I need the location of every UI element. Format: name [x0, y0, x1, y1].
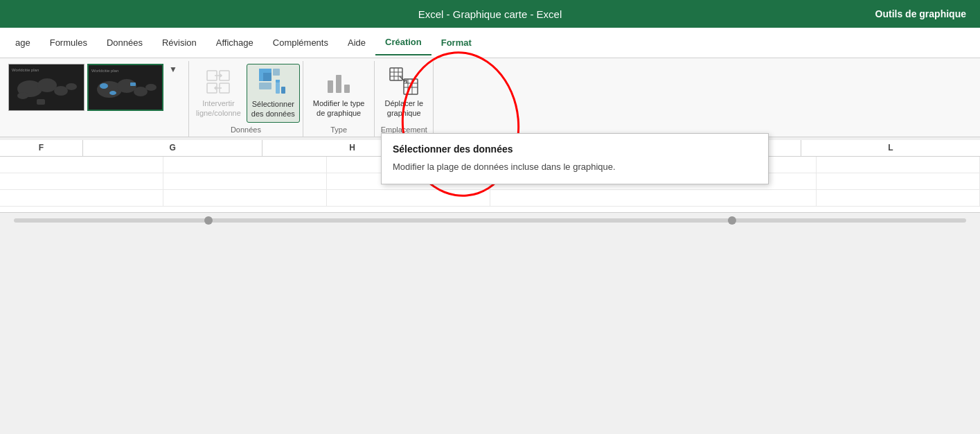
intervertir-label: Intervertirligne/colonne: [196, 98, 241, 119]
selectionner-icon: [258, 67, 288, 98]
menu-item-donnees[interactable]: Données: [97, 31, 152, 55]
scroll-thumb-left[interactable]: [204, 216, 213, 225]
svg-rect-16: [130, 83, 136, 86]
svg-text:Worldcitie plan: Worldcitie plan: [91, 69, 118, 73]
menu-item-creation[interactable]: Création: [375, 30, 431, 55]
donnees-group: Intervertirligne/colonne: [189, 61, 303, 137]
menu-item-formules[interactable]: Formules: [40, 31, 97, 55]
svg-rect-26: [276, 83, 280, 94]
deplacer-icon: [389, 67, 419, 97]
svg-point-5: [66, 83, 77, 90]
intervertir-button[interactable]: Intervertirligne/colonne: [192, 64, 245, 121]
scroll-thumb-right[interactable]: [728, 216, 736, 225]
col-header-g: G: [83, 140, 262, 156]
emplacement-buttons: Déplacer legraphique: [380, 64, 427, 123]
menu-item-complements[interactable]: Compléments: [263, 31, 338, 55]
type-buttons: Modifier le typede graphique: [309, 64, 369, 123]
menu-bar: age Formules Données Révision Affichage …: [0, 28, 980, 58]
type-group-label: Type: [330, 123, 347, 137]
tooltip-popup: Sélectionner des données Modifier la pla…: [381, 133, 769, 184]
svg-point-3: [37, 78, 57, 92]
col-header-f: F: [0, 140, 83, 156]
horizontal-scrollbar[interactable]: [0, 212, 980, 229]
cell-g1[interactable]: [163, 157, 327, 173]
svg-rect-22: [259, 83, 271, 89]
cell-f2[interactable]: [0, 173, 163, 190]
tools-label: Outils de graphique: [875, 8, 966, 19]
cell-h3[interactable]: [327, 190, 490, 207]
chart-thumb-dropdown[interactable]: ▼: [166, 64, 180, 75]
svg-rect-32: [390, 68, 402, 80]
col-header-l: L: [801, 140, 980, 156]
svg-rect-37: [404, 79, 418, 94]
svg-point-13: [145, 84, 157, 91]
modifier-type-label: Modifier le typede graphique: [313, 98, 365, 119]
donnees-group-label: Données: [192, 123, 300, 137]
sheet-row-3: [0, 190, 980, 207]
svg-rect-31: [344, 85, 350, 93]
ribbon: Worldcitie plan Worldcitie plan: [0, 58, 980, 137]
intervertir-icon: [203, 67, 233, 97]
scroll-track[interactable]: [14, 218, 966, 223]
menu-item-page[interactable]: age: [6, 31, 40, 55]
dropdown-arrow-icon[interactable]: ▼: [168, 64, 179, 75]
cell-l3[interactable]: [817, 190, 980, 207]
emplacement-group: Déplacer legraphique Emplacement: [375, 61, 434, 137]
chart-thumb-1[interactable]: Worldcitie plan: [8, 64, 84, 111]
svg-point-4: [54, 86, 68, 96]
cell-g3[interactable]: [163, 190, 327, 207]
svg-rect-27: [281, 87, 285, 94]
title-text: Excel - Graphique carte - Excel: [418, 8, 562, 20]
svg-point-15: [109, 91, 116, 95]
svg-rect-29: [328, 80, 333, 93]
chart-thumbnails-section: Worldcitie plan Worldcitie plan: [6, 61, 189, 137]
cell-i3[interactable]: [490, 190, 817, 207]
menu-item-revision[interactable]: Révision: [152, 31, 206, 55]
menu-item-format[interactable]: Format: [431, 31, 481, 55]
modifier-type-icon: [323, 67, 354, 97]
svg-point-6: [17, 92, 28, 99]
modifier-type-button[interactable]: Modifier le typede graphique: [309, 64, 369, 121]
deplacer-label: Déplacer legraphique: [384, 98, 423, 119]
svg-rect-23: [273, 69, 280, 76]
type-group: Modifier le typede graphique Type: [303, 61, 375, 137]
cell-l1[interactable]: [817, 157, 980, 173]
svg-rect-7: [37, 99, 45, 105]
chart-thumb-2[interactable]: Worldcitie plan: [87, 64, 163, 111]
svg-rect-30: [336, 75, 341, 93]
svg-rect-25: [259, 69, 263, 81]
svg-point-12: [134, 87, 148, 96]
cell-f3[interactable]: [0, 190, 163, 207]
tooltip-title: Sélectionner des données: [393, 144, 757, 155]
selectionner-label: Sélectionnerdes données: [251, 99, 295, 119]
cell-g2[interactable]: [163, 173, 327, 190]
svg-rect-28: [276, 80, 280, 83]
svg-point-14: [100, 83, 108, 89]
tooltip-description: Modifier la plage de données incluse dan…: [393, 160, 757, 174]
title-bar: Excel - Graphique carte - Excel Outils d…: [0, 0, 980, 28]
deplacer-graphique-button[interactable]: Déplacer legraphique: [380, 64, 427, 121]
donnees-buttons: Intervertirligne/colonne: [192, 64, 300, 123]
selectionner-donnees-button[interactable]: Sélectionnerdes données: [247, 64, 300, 123]
svg-text:Worldcitie plan: Worldcitie plan: [12, 68, 39, 72]
cell-l2[interactable]: [817, 173, 980, 190]
cell-f1[interactable]: [0, 157, 163, 173]
menu-item-aide[interactable]: Aide: [338, 31, 375, 55]
menu-item-affichage[interactable]: Affichage: [206, 31, 263, 55]
